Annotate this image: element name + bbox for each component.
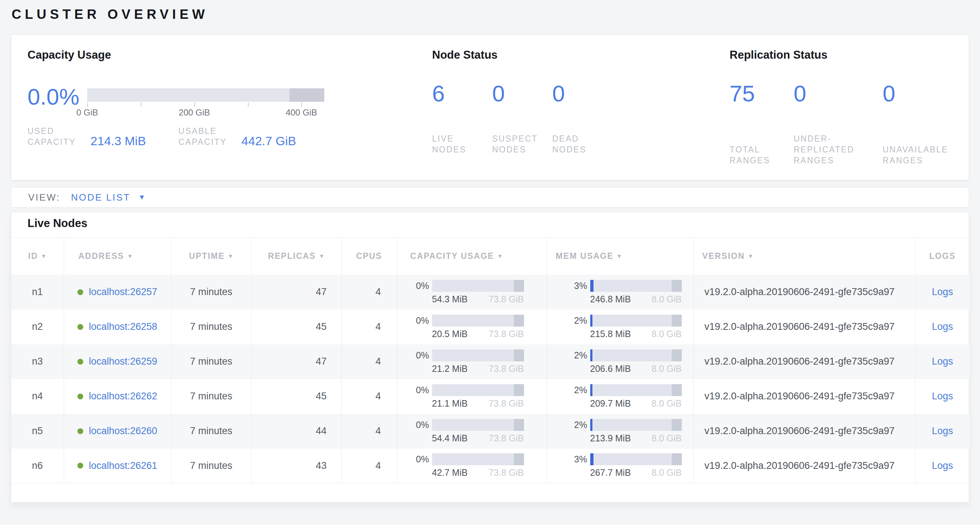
mem-pct: 2% [554, 385, 590, 396]
capacity-dark-segment [514, 280, 523, 292]
column-header-version[interactable]: VERSION▼ [694, 238, 915, 275]
node-replicas: 47 [251, 275, 341, 310]
unavailable-ranges-count: 0 [883, 79, 969, 108]
node-live-status-icon [78, 359, 83, 365]
capacity-pct: 0% [405, 281, 432, 291]
node-uptime: 7 minutes [171, 448, 251, 484]
suspect-nodes-count: 0 [492, 79, 552, 108]
logs-link[interactable]: Logs [932, 321, 953, 332]
node-status-labels: LIVE NODES SUSPECT NODES DEAD NODES [432, 133, 730, 155]
mem-dark-segment [672, 384, 681, 396]
usable-capacity-label: USABLE CAPACITY [178, 126, 230, 147]
node-address-link[interactable]: localhost:26260 [89, 425, 157, 437]
live-nodes-label: LIVE NODES [432, 133, 480, 155]
node-address-link[interactable]: localhost:26262 [89, 391, 157, 402]
logs-link[interactable]: Logs [932, 425, 953, 436]
node-version: v19.2.0-alpha.20190606-2491-gfe735c9a97 [694, 344, 915, 379]
column-header-id[interactable]: ID▼ [11, 238, 64, 275]
capacity-dark-segment [514, 349, 523, 361]
axis-tick-label: 200 GiB [179, 107, 210, 118]
page-title: CLUSTER OVERVIEW [11, 6, 969, 22]
node-live-status-icon [78, 428, 83, 434]
mem-usage-bar [590, 280, 682, 292]
total-ranges-count: 75 [730, 79, 794, 108]
node-version: v19.2.0-alpha.20190606-2491-gfe735c9a97 [694, 414, 915, 448]
mem-max: 8.0 GiB [651, 398, 681, 409]
node-version: v19.2.0-alpha.20190606-2491-gfe735c9a97 [694, 379, 915, 414]
node-status-values: 6 0 0 [432, 79, 730, 108]
used-capacity-value: 214.3 MiB [91, 134, 146, 148]
capacity-axis-ticks [87, 102, 324, 107]
logs-link[interactable]: Logs [932, 356, 953, 367]
capacity-bar-area: 0 GiB200 GiB400 GiB [87, 79, 324, 118]
capacity-usage-title: Capacity Usage [27, 48, 432, 62]
node-row: n5 localhost:26260 7 minutes 44 4 0% 54.… [11, 414, 969, 448]
column-header-uptime[interactable]: UPTIME▼ [171, 238, 251, 275]
capacity-max: 73.8 GiB [488, 329, 523, 339]
mem-dark-segment [672, 453, 681, 465]
axis-tick [248, 102, 249, 107]
node-replicas: 43 [251, 448, 341, 484]
column-header-capacity-usage[interactable]: CAPACITY USAGE▼ [397, 238, 547, 275]
capacity-used: 21.2 MiB [432, 364, 468, 374]
mem-used: 215.8 MiB [590, 329, 631, 339]
node-address-link[interactable]: localhost:26258 [89, 321, 157, 332]
capacity-used: 20.5 MiB [432, 329, 468, 339]
logs-link[interactable]: Logs [932, 391, 953, 402]
capacity-dark-segment [514, 384, 523, 396]
column-header-replicas[interactable]: REPLICAS▼ [251, 238, 341, 275]
node-address-link[interactable]: localhost:26259 [89, 356, 157, 367]
mem-max: 8.0 GiB [651, 433, 681, 444]
logs-link[interactable]: Logs [932, 286, 953, 297]
node-cpus: 4 [341, 275, 397, 310]
capacity-max: 73.8 GiB [488, 294, 523, 305]
live-nodes-tbody: n1 localhost:26257 7 minutes 47 4 0% 54.… [11, 275, 969, 484]
node-address-link[interactable]: localhost:26261 [89, 460, 157, 471]
mem-used-segment [590, 419, 592, 431]
column-header-mem-usage[interactable]: MEM USAGE▼ [547, 238, 694, 275]
mem-used: 206.6 MiB [590, 364, 631, 374]
view-selector-dropdown[interactable]: NODE LIST ▼ [71, 192, 145, 203]
node-id: n6 [11, 448, 64, 484]
capacity-usage-bar [432, 314, 524, 327]
column-header-logs: LOGS [915, 238, 969, 275]
capacity-stats: USED CAPACITY 214.3 MiB USABLE CAPACITY … [27, 126, 432, 147]
sort-icon: ▼ [228, 253, 234, 259]
capacity-max: 73.8 GiB [488, 468, 523, 478]
logs-link[interactable]: Logs [932, 460, 953, 471]
node-cpus: 4 [341, 448, 397, 484]
node-address-link[interactable]: localhost:26257 [89, 286, 157, 298]
node-cpus: 4 [341, 310, 397, 344]
mem-used-segment [590, 280, 594, 292]
node-version: v19.2.0-alpha.20190606-2491-gfe735c9a97 [694, 275, 915, 310]
under-replicated-ranges-label: UNDER-REPLICATED RANGES [794, 133, 864, 166]
mem-pct: 3% [554, 281, 590, 291]
live-nodes-title: Live Nodes [11, 212, 969, 238]
replication-status-title: Replication Status [730, 48, 969, 62]
node-row: n1 localhost:26257 7 minutes 47 4 0% 54.… [11, 275, 969, 310]
node-row: n4 localhost:26262 7 minutes 45 4 0% 21.… [11, 379, 969, 414]
node-id: n5 [11, 414, 64, 448]
node-id: n3 [11, 344, 64, 379]
node-cpus: 4 [341, 414, 397, 448]
column-header-cpus: CPUS [341, 238, 397, 275]
sort-icon: ▼ [41, 253, 47, 259]
node-cpus: 4 [341, 379, 397, 414]
mem-dark-segment [672, 280, 681, 292]
view-selected-option: NODE LIST [71, 192, 130, 203]
capacity-pct: 0% [405, 350, 432, 361]
mem-used: 213.9 MiB [590, 433, 631, 444]
axis-tick-label: 0 GiB [76, 107, 98, 118]
capacity-usage-chart: 0.0% 0 GiB200 GiB400 GiB [27, 79, 432, 118]
capacity-max: 73.8 GiB [488, 398, 523, 409]
replication-status-section: Replication Status 75 0 0 TOTAL RANGES U… [730, 35, 969, 180]
column-header-address[interactable]: ADDRESS▼ [64, 238, 171, 275]
capacity-pct: 0% [405, 420, 432, 430]
capacity-usage-bar [432, 453, 524, 465]
capacity-bar [87, 88, 324, 102]
capacity-pct: 0% [405, 454, 432, 464]
node-uptime: 7 minutes [171, 344, 251, 379]
used-capacity-stat: USED CAPACITY 214.3 MiB [27, 126, 146, 147]
capacity-pct: 0% [405, 315, 432, 326]
mem-used-segment [590, 384, 592, 396]
